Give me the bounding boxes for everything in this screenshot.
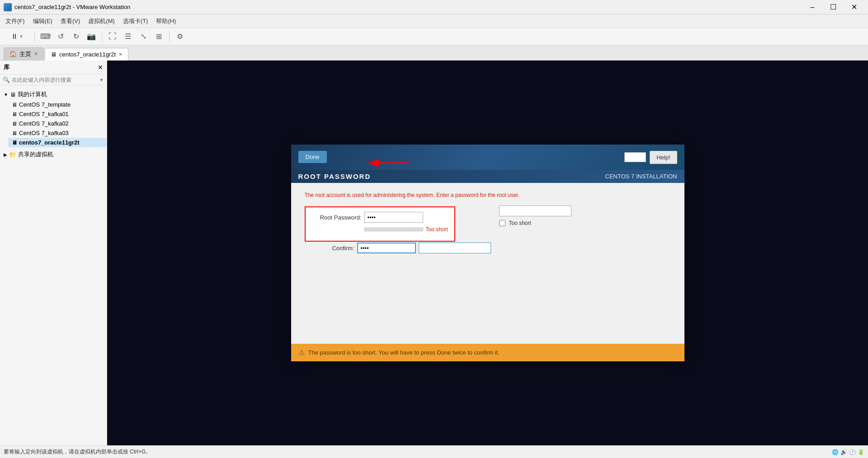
sidebar-item-kafka02[interactable]: 🖥 CentOS 7_kafka02 [8, 119, 107, 128]
status-right: 🌐 🔊 🕐 🔋 [832, 449, 864, 455]
tab-home[interactable]: 🏠 主页 ✕ [4, 47, 44, 60]
sidebar-item-kafka01[interactable]: 🖥 CentOS 7_kafka01 [8, 109, 107, 119]
too-short-label: Too short [426, 226, 448, 233]
snapshot-manager-button[interactable]: 📷 [85, 30, 98, 43]
toolbar-sep-1 [34, 31, 35, 42]
sidebar: 库 ✕ 🔍 ▼ ▼ 🖥 我的计算机 🖥 CentOS 7_template [0, 61, 107, 445]
sidebar-close-button[interactable]: ✕ [98, 64, 103, 71]
send-ctrlaltdel-button[interactable]: ⌨ [38, 30, 52, 43]
confirm-row: Confirm: [305, 243, 671, 253]
window-controls: – ☐ ✕ [802, 0, 864, 14]
clock-icon: 🕐 [849, 449, 856, 455]
tab-bar: 🏠 主页 ✕ 🖥 centos7_oracle11gr2t ✕ [0, 45, 868, 61]
stretch-icon: ⤡ [141, 32, 146, 41]
my-computer-group: ▼ 🖥 我的计算机 🖥 CentOS 7_template 🖥 CentOS 7… [0, 88, 107, 161]
sidebar-item-kafka03[interactable]: 🖥 CentOS 7_kafka03 [8, 128, 107, 138]
root-password-input[interactable] [364, 212, 423, 223]
sidebar-header: 库 ✕ [0, 61, 107, 75]
menu-tabs[interactable]: 选项卡(T) [119, 15, 152, 27]
close-button[interactable]: ✕ [844, 0, 864, 14]
menu-help[interactable]: 帮助(H) [152, 15, 179, 27]
main-layout: 库 ✕ 🔍 ▼ ▼ 🖥 我的计算机 🖥 CentOS 7_template [0, 61, 868, 445]
network-icon: 🌐 [832, 449, 839, 455]
my-computer-label: 我的计算机 [18, 90, 47, 98]
snapshot-next-button[interactable]: ↻ [69, 30, 83, 43]
done-button[interactable]: Done [298, 151, 327, 163]
vmware-icon [4, 3, 12, 11]
root-password-row: Root Password: [312, 212, 448, 223]
title-bar: centos7_oracle11gr2t - VMware Workstatio… [0, 0, 868, 14]
vm-content-area[interactable]: Done ⌨ us Help! [107, 61, 868, 445]
toolbar-sep-3 [169, 31, 170, 42]
warning-bar: ⚠ The password is too short. You will ha… [291, 344, 684, 361]
installer-window: Done ⌨ us Help! [291, 145, 684, 361]
preferences-button[interactable]: ⚙ [173, 30, 187, 43]
unity-button[interactable]: ☰ [121, 30, 135, 43]
strength-bar [364, 228, 423, 231]
sidebar-item-shared[interactable]: ▶ 📁 共享的虚拟机 [0, 149, 107, 160]
too-short-extra-label: Too short [509, 220, 531, 226]
title-bar-left: centos7_oracle11gr2t - VMware Workstatio… [4, 3, 130, 11]
menu-bar: 文件(F) 编辑(E) 查看(V) 虚拟机(M) 选项卡(T) 帮助(H) [0, 14, 868, 28]
autofit-button[interactable]: ⊞ [152, 30, 165, 43]
menu-view[interactable]: 查看(V) [57, 15, 84, 27]
power-bar-button[interactable]: ⏸ ▼ [4, 30, 31, 43]
toolbar: ⏸ ▼ ⌨ ↺ ↻ 📷 ⛶ ☰ ⤡ ⊞ ⚙ [0, 28, 868, 45]
toolbar-sep-2 [102, 31, 102, 42]
confirm-input[interactable] [357, 243, 416, 253]
warning-text: The password is too short. You will have… [308, 349, 500, 356]
power-icon: ⏸ [11, 33, 18, 41]
autofit-icon: ⊞ [156, 32, 162, 41]
menu-vm[interactable]: 虚拟机(M) [85, 15, 118, 27]
password-strength-row: Too short [312, 226, 448, 233]
fullscreen-icon: ⛶ [108, 32, 117, 41]
maximize-button[interactable]: ☐ [823, 0, 844, 14]
minimize-button[interactable]: – [802, 0, 823, 14]
window-title: centos7_oracle11gr2t - VMware Workstatio… [14, 4, 130, 10]
tab-vm[interactable]: 🖥 centos7_oracle11gr2t ✕ [45, 48, 128, 61]
keyboard-badge-icon: ⌨ [627, 154, 635, 160]
tab-home-close[interactable]: ✕ [34, 51, 38, 57]
redo-icon: ↻ [73, 32, 79, 41]
dropdown-arrow: ▼ [19, 34, 24, 39]
installer-title-row: ROOT PASSWORD CENTOS 7 INSTALLATION [291, 170, 684, 183]
confirm-input-extra[interactable] [419, 243, 491, 253]
sidebar-item-oracle[interactable]: 🖥 centos7_oracle11gr2t [8, 138, 107, 147]
sidebar-item-my-computer[interactable]: ▼ 🖥 我的计算机 [0, 89, 107, 100]
show-password-checkbox[interactable] [499, 220, 505, 226]
root-password-confirm-extra[interactable] [499, 206, 571, 216]
vm-screen[interactable]: Done ⌨ us Help! [107, 61, 868, 445]
search-icon: 🔍 [3, 76, 10, 83]
sidebar-tree: ▼ 🖥 我的计算机 🖥 CentOS 7_template 🖥 CentOS 7… [0, 85, 107, 445]
sidebar-item-template[interactable]: 🖥 CentOS 7_template [8, 100, 107, 109]
installer-right-title: CENTOS 7 INSTALLATION [605, 173, 677, 180]
installer-description: The root account is used for administeri… [305, 192, 671, 198]
menu-edit[interactable]: 编辑(E) [29, 15, 56, 27]
stretch-button[interactable]: ⤡ [137, 30, 150, 43]
installer-header-left: Done [298, 151, 327, 164]
keyboard-icon: ⌨ [40, 32, 51, 41]
menu-file[interactable]: 文件(F) [2, 15, 28, 27]
sidebar-search[interactable]: 🔍 ▼ [0, 75, 107, 85]
root-password-label: Root Password: [312, 214, 362, 221]
tab-vm-close[interactable]: ✕ [118, 51, 123, 57]
shared-expand-icon: ▶ [4, 152, 7, 157]
confirm-label: Confirm: [305, 245, 354, 252]
warning-icon: ⚠ [298, 348, 305, 357]
help-button[interactable]: Help! [650, 151, 677, 164]
vm-icon-kafka01: 🖥 [12, 111, 17, 117]
tab-home-label: 主页 [19, 50, 31, 58]
installer-header: Done ⌨ us Help! [291, 145, 684, 170]
password-form-highlight: Root Password: Too short [305, 206, 455, 242]
snapshot-prev-button[interactable]: ↺ [54, 30, 67, 43]
search-input[interactable] [12, 77, 97, 83]
gear-icon: ⚙ [177, 32, 183, 41]
unity-icon: ☰ [125, 32, 131, 41]
home-icon: 🏠 [9, 51, 17, 57]
search-dropdown-icon[interactable]: ▼ [99, 77, 104, 83]
installer-form-area: The root account is used for administeri… [291, 183, 684, 262]
camera-icon: 📷 [87, 32, 96, 41]
battery-icon: 🔋 [858, 449, 864, 455]
vm-icon-kafka02: 🖥 [12, 121, 17, 127]
fullscreen-button[interactable]: ⛶ [106, 30, 119, 43]
